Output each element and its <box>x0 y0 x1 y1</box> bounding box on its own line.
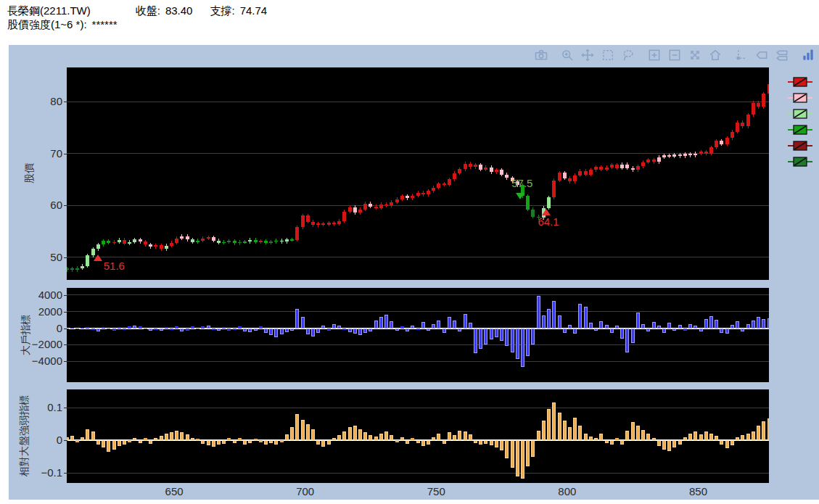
bigplayer-bar <box>704 319 708 329</box>
lasso-select-icon[interactable] <box>621 48 635 62</box>
bigplayer-bar <box>81 328 84 329</box>
relative-strength-bar <box>657 440 661 446</box>
bigplayer-bar <box>683 329 687 331</box>
bigplayer-bar <box>584 307 588 328</box>
relative-strength-bar <box>730 440 734 445</box>
candle <box>474 165 477 167</box>
relative-strength-bar <box>752 431 755 440</box>
bigplayer-bar <box>390 321 393 328</box>
spikelines-icon[interactable] <box>734 48 749 62</box>
y-tick-label: 0 <box>30 322 62 334</box>
relative-strength-bar <box>191 438 194 441</box>
box-select-icon[interactable] <box>601 48 615 62</box>
candle <box>191 239 194 242</box>
relative-strength-bar <box>484 440 487 443</box>
bigplayer-bar <box>757 317 760 328</box>
candle <box>81 266 84 268</box>
zoom-out-icon[interactable] <box>667 48 682 62</box>
candle <box>102 241 105 244</box>
legend-item-candle-pink[interactable] <box>788 92 812 104</box>
candle <box>657 157 661 162</box>
bigplayer-bar <box>411 326 414 329</box>
relative-strength-bar <box>311 429 315 440</box>
bigplayer-bar <box>646 329 650 332</box>
relative-strength-bar <box>573 418 577 440</box>
relative-strength-bar <box>233 440 236 443</box>
relative-strength-bar <box>521 440 524 479</box>
pan-icon[interactable] <box>580 48 595 62</box>
candle <box>484 168 487 170</box>
relative-strength-bar <box>254 439 258 440</box>
bigplayer-bar <box>358 329 362 335</box>
bigplayer-bar <box>720 329 723 333</box>
relative-strength-bar <box>321 440 325 447</box>
candle <box>70 268 74 270</box>
legend-item-candle-red[interactable] <box>788 76 812 88</box>
relative-strength-bar <box>694 431 697 440</box>
bigplayer-bar <box>625 329 629 353</box>
bigplayer-bar <box>102 327 105 328</box>
bigplayer-plot-area[interactable] <box>67 288 769 382</box>
bigplayer-bar <box>243 329 247 331</box>
candle <box>363 204 367 210</box>
bigplayer-bar <box>578 304 582 328</box>
relative-strength-bar <box>641 430 645 440</box>
relative-strength-bar <box>264 440 268 444</box>
relative-strength-bar <box>139 440 142 443</box>
gridline <box>67 294 769 295</box>
candle <box>458 169 461 173</box>
bigplayer-bar <box>285 329 289 333</box>
bigplayer-bar <box>490 329 493 339</box>
bigplayer-bar <box>699 329 703 332</box>
y-tick-mark <box>64 408 67 408</box>
legend-item-candle-lightgreen[interactable] <box>788 108 812 120</box>
bigplayer-bar <box>427 329 430 331</box>
relative-strength-bar <box>196 439 199 440</box>
candle <box>688 154 692 155</box>
candle <box>180 236 184 239</box>
bigplayer-bar <box>495 329 498 337</box>
gridline <box>67 408 769 408</box>
candle <box>599 167 603 170</box>
autoscale-icon[interactable] <box>688 48 702 62</box>
bigplayer-bar <box>432 324 435 329</box>
zoom-icon[interactable] <box>560 48 575 62</box>
bigplayer-bar <box>149 329 152 331</box>
candle <box>443 183 446 185</box>
bigplayer-bar <box>542 315 546 329</box>
legend-item-candle-darkgreen[interactable] <box>788 156 812 168</box>
bigplayer-bar <box>154 329 157 330</box>
relative-strength-bar <box>290 427 294 440</box>
hover-closest-icon[interactable] <box>754 48 769 62</box>
bigplayer-bar <box>196 329 199 330</box>
camera-icon[interactable] <box>534 48 548 62</box>
relative-strength-plot-area[interactable] <box>67 389 769 483</box>
zoom-in-icon[interactable] <box>647 48 662 62</box>
legend-item-candle-green[interactable] <box>788 124 812 136</box>
candle <box>154 245 157 247</box>
relative-strength-bar <box>516 440 519 476</box>
candle <box>741 123 744 127</box>
price-plot-area[interactable]: 51.657.564.1 <box>67 67 769 280</box>
strength-value: ****** <box>92 17 118 31</box>
bigplayer-bar <box>437 321 440 329</box>
reset-axes-icon[interactable] <box>708 48 723 62</box>
relative-strength-bar <box>568 427 572 440</box>
y-tick-label: −2000 <box>30 338 62 350</box>
candle <box>526 196 530 210</box>
gridline <box>67 257 769 257</box>
candle <box>160 245 163 249</box>
legend-item-candle-darkred[interactable] <box>788 140 812 152</box>
chart-header: 長榮鋼(2211.TW) 收盤: 83.40 支撐: 74.74 股價強度(1~… <box>7 4 267 31</box>
candle <box>594 167 598 170</box>
candle <box>715 141 718 147</box>
relative-strength-bar <box>594 438 598 441</box>
bigplayer-bar <box>165 327 168 329</box>
relative-strength-bar <box>107 440 110 452</box>
relative-strength-bar <box>165 434 168 440</box>
relative-strength-bar <box>75 440 79 442</box>
plotly-logo-icon[interactable] <box>801 48 815 62</box>
candle <box>144 241 147 244</box>
relative-strength-bar <box>207 440 210 445</box>
hover-compare-icon[interactable] <box>775 48 789 62</box>
